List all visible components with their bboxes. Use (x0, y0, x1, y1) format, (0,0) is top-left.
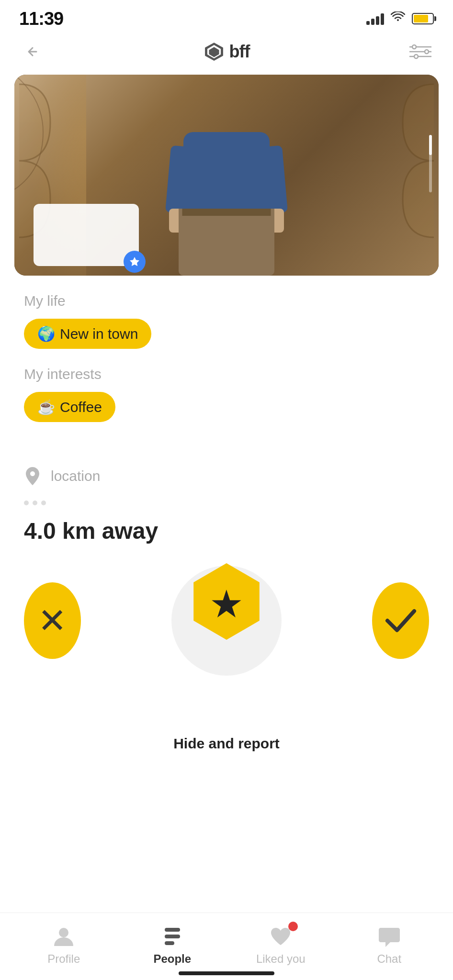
battery-icon (412, 13, 434, 24)
location-dots (24, 501, 429, 505)
bottom-nav: Profile People Liked you Chat (0, 913, 453, 980)
coffee-tag: ☕ Coffee (24, 392, 115, 422)
back-button[interactable] (19, 38, 46, 65)
hide-report-text[interactable]: Hide and report (0, 688, 453, 771)
svg-rect-12 (165, 941, 174, 945)
reject-button[interactable]: ✕ (24, 582, 81, 659)
globe-emoji: 🌍 (37, 325, 55, 342)
nav-chat-icon-wrap (375, 924, 404, 948)
nav-profile-icon-wrap (49, 924, 78, 948)
logo-hex-icon (204, 41, 225, 62)
accept-icon (382, 604, 420, 637)
people-nav-icon (160, 924, 185, 949)
reject-icon: ✕ (38, 603, 67, 638)
svg-point-9 (59, 928, 68, 937)
new-in-town-tag: 🌍 New in town (24, 319, 151, 349)
logo-area: bff (204, 41, 250, 62)
profile-nav-icon (51, 924, 76, 949)
location-row: location (0, 457, 453, 496)
my-interests-tags: ☕ Coffee (24, 392, 429, 422)
my-interests-label: My interests (24, 366, 429, 382)
svg-rect-11 (165, 935, 180, 938)
accept-button[interactable] (372, 582, 429, 659)
my-life-label: My life (24, 293, 429, 309)
svg-rect-10 (165, 928, 180, 932)
status-bar: 11:39 (0, 0, 453, 33)
my-life-section: My life 🌍 New in town My interests ☕ Cof… (0, 276, 453, 457)
nav-liked[interactable]: Liked you (252, 924, 309, 966)
location-text: location (51, 468, 100, 484)
nav-liked-label: Liked you (256, 952, 306, 966)
chat-nav-icon (377, 924, 402, 949)
logo-text: bff (229, 42, 250, 62)
nav-people-label: People (153, 952, 191, 966)
home-indicator (179, 971, 274, 975)
nav-people-icon-wrap (158, 924, 187, 948)
photo-overlay (34, 204, 139, 266)
header: bff (0, 33, 453, 75)
coffee-emoji: ☕ (37, 399, 55, 415)
wifi-icon (391, 11, 405, 26)
nav-profile-label: Profile (47, 952, 80, 966)
distance-text: 4.0 km away (0, 510, 453, 563)
actions-row: ✕ ★ (0, 563, 453, 678)
nav-liked-icon-wrap (266, 924, 295, 948)
status-icons (366, 11, 434, 26)
superlike-icon: ★ (209, 582, 244, 626)
nav-people[interactable]: People (144, 924, 201, 966)
my-life-tags: 🌍 New in town (24, 319, 429, 349)
liked-badge (288, 922, 298, 931)
nav-chat-label: Chat (377, 952, 401, 966)
status-time: 11:39 (19, 9, 63, 29)
coffee-label: Coffee (60, 399, 102, 415)
nav-profile[interactable]: Profile (35, 924, 92, 966)
superlike-container: ★ (191, 573, 262, 668)
nav-chat[interactable]: Chat (361, 924, 418, 966)
filter-button[interactable] (407, 38, 434, 65)
verified-badge (124, 251, 146, 273)
location-icon (24, 466, 41, 486)
signal-icon (366, 12, 384, 25)
profile-image (14, 75, 439, 276)
progress-bar (429, 135, 432, 192)
new-in-town-label: New in town (60, 326, 138, 342)
